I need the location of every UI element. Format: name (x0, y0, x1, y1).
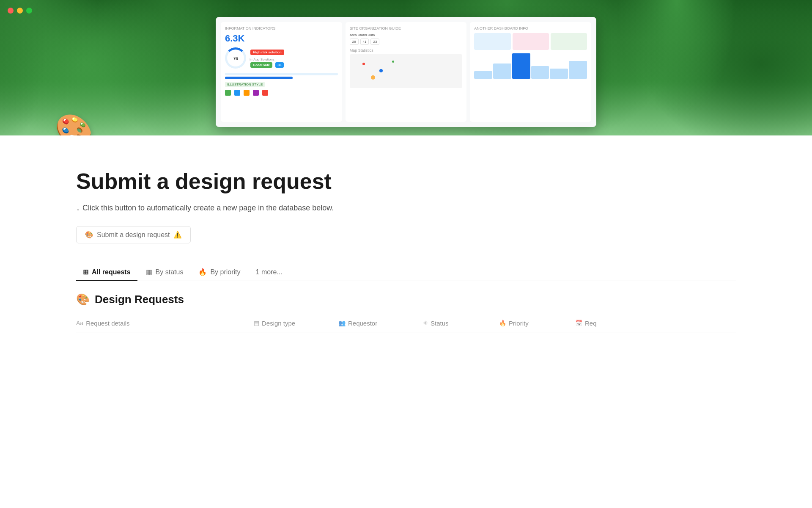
req2-icon: 📅 (575, 320, 582, 326)
col-header-design-type[interactable]: ▤ Design type (254, 320, 338, 327)
col-header-design-type-label: Design type (262, 320, 295, 327)
dashboard-panel-right: ANOTHER DASHBOARD INFO (470, 22, 591, 122)
requestor-icon: 👥 (338, 320, 346, 326)
page-title: Submit a design request (76, 169, 736, 193)
col-header-requestor[interactable]: 👥 Requestor (338, 320, 423, 327)
tab-by-priority-label: By priority (210, 268, 240, 276)
col-header-request-details-label: Request details (86, 320, 129, 327)
page-subtitle: ↓ Click this button to automatically cre… (76, 204, 736, 213)
dashboard-panel-left: INFORMATION INDICATORS 6.3K 76 High risk… (221, 22, 342, 122)
dashboard-panel-middle: SITE ORGANIZATION GUIDE Area Brand Data … (346, 22, 467, 122)
section-heading: 🎨 Design Requests (76, 293, 736, 306)
section-title: Design Requests (95, 293, 184, 306)
tab-all-requests[interactable]: ⊞ All requests (76, 264, 137, 281)
main-content: Submit a design request ↓ Click this but… (0, 135, 812, 349)
by-status-icon: ▦ (146, 268, 152, 276)
priority-icon: 🔥 (499, 320, 506, 326)
all-requests-icon: ⊞ (83, 268, 88, 276)
close-button[interactable] (8, 8, 14, 14)
hero-banner: INFORMATION INDICATORS 6.3K 76 High risk… (0, 0, 812, 135)
maximize-button[interactable] (26, 8, 32, 14)
hero-dashboard-mockup: INFORMATION INDICATORS 6.3K 76 High risk… (216, 17, 596, 127)
section-palette-icon: 🎨 (76, 293, 90, 306)
submit-button-label: Submit a design request (97, 231, 170, 239)
col-header-requestor-label: Requestor (348, 320, 377, 327)
design-type-icon: ▤ (254, 320, 259, 326)
table-header: Aa Request details ▤ Design type 👥 Reque… (76, 315, 736, 332)
submit-button-warning-icon: ⚠️ (173, 231, 182, 239)
tab-by-priority[interactable]: 🔥 By priority (192, 264, 247, 281)
traffic-lights (8, 8, 32, 14)
minimize-button[interactable] (17, 8, 23, 14)
tab-all-requests-label: All requests (92, 268, 131, 276)
subtitle-text: Click this button to automatically creat… (82, 204, 334, 213)
submit-button-palette-icon: 🎨 (85, 231, 93, 239)
view-tabs: ⊞ All requests ▦ By status 🔥 By priority… (76, 264, 736, 281)
col-header-status-label: Status (431, 320, 449, 327)
col-header-request-details[interactable]: Aa Request details (76, 320, 254, 327)
col-header-status[interactable]: ✳ Status (423, 320, 499, 327)
status-icon: ✳ (423, 320, 428, 326)
palette-emoji: 🎨 (55, 112, 93, 135)
col-header-priority-label: Priority (509, 320, 529, 327)
tab-by-status[interactable]: ▦ By status (139, 264, 190, 281)
request-details-type-icon: Aa (76, 320, 83, 326)
tab-by-status-label: By status (156, 268, 184, 276)
arrow-icon: ↓ (76, 204, 80, 213)
by-priority-icon: 🔥 (198, 268, 207, 276)
col-header-req2-label: Req (585, 320, 597, 327)
col-header-priority[interactable]: 🔥 Priority (499, 320, 575, 327)
tab-more[interactable]: 1 more... (249, 264, 289, 281)
tab-more-label: 1 more... (256, 268, 283, 276)
col-header-req2[interactable]: 📅 Req (575, 320, 736, 327)
submit-design-request-button[interactable]: 🎨 Submit a design request ⚠️ (76, 226, 191, 243)
